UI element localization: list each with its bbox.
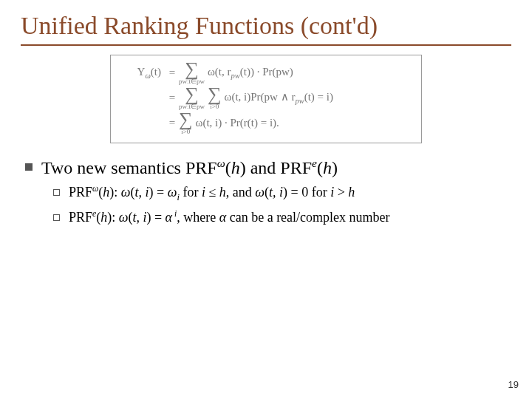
var-h: h [231, 158, 240, 177]
gt-symbol: > [334, 185, 348, 200]
square-bullet-icon [25, 163, 33, 171]
text: ) and PRF [240, 158, 312, 177]
eq-body: ω(t, i) · Pr(r(t) = i). [196, 117, 279, 129]
bullet-level2-1: PRFω(h): ω(t, i) = ωi for i ≤ h, and ω(t… [53, 184, 511, 203]
var-omega: ω [119, 210, 129, 225]
subbullet1-text: PRFω(h): ω(t, i) = ωi for i ≤ h, and ω(t… [69, 184, 355, 203]
var-omega: ω [121, 185, 131, 200]
text: ) = 0 for [283, 185, 330, 200]
slide-title: Unified Ranking Functions (cont'd) [21, 9, 511, 46]
sigma-icon: ∑ pw:t∈pw [179, 86, 205, 110]
eq-body-sub: pw [295, 97, 304, 105]
slide: Unified Ranking Functions (cont'd) Υω(t)… [0, 0, 532, 399]
sigma-icon: ∑ pw:t∈pw [179, 61, 205, 85]
equation-row-2: = ∑ pw:t∈pw ∑ i>0 ω(t, i)Pr(pw ∧ rpw(t) … [118, 86, 414, 110]
var-h: h [348, 185, 355, 200]
sigma-icon: ∑ i>0 [208, 86, 222, 110]
hollow-bullet-icon [53, 214, 60, 221]
superscript: e [312, 157, 317, 169]
equation-box: Υω(t) = ∑ pw:t∈pw ω(t, rpw(t)) · Pr(pw) … [110, 55, 422, 143]
bullet1-text: Two new semantics PRFω(h) and PRFe(h) [41, 157, 338, 178]
var-h: h [103, 185, 109, 200]
eq-lhs-arg: (t) [151, 66, 161, 78]
var-h: h [219, 185, 226, 200]
var-alpha: α [219, 210, 226, 225]
content-body: Two new semantics PRFω(h) and PRFe(h) PR… [21, 157, 511, 225]
text: , where [177, 210, 219, 225]
eq-body: ω(t, i)Pr(pw ∧ r [225, 91, 296, 103]
sigma-icon: ∑ i>0 [179, 112, 193, 135]
text: PRF [69, 185, 92, 200]
text: ( [317, 158, 323, 177]
subbullet2-text: PRFe(h): ω(t, i) = α i, where α can be a… [69, 209, 390, 225]
text: ): [109, 185, 121, 200]
superscript: ω [217, 157, 225, 169]
text: ( [225, 158, 231, 177]
var-ti: t, i [269, 185, 283, 200]
bullet-level1: Two new semantics PRFω(h) and PRFe(h) [25, 157, 511, 178]
eq-lhs-sym: Υ [137, 66, 146, 78]
text: , and [226, 185, 256, 200]
text: Two new semantics PRF [41, 158, 217, 177]
text: for [180, 185, 202, 200]
text: ) = [146, 210, 165, 225]
le-symbol: ≤ [205, 185, 219, 200]
page-number: 19 [508, 379, 519, 390]
var-ti: t, i [132, 210, 146, 225]
sigma-sub: i>0 [210, 103, 219, 110]
text: can be a real/complex number [226, 210, 389, 225]
var-omega: ω [168, 185, 177, 200]
eq-body-sub: pw [231, 72, 240, 80]
eq-body: ω(t, r [208, 66, 231, 78]
bullet-level2-2: PRFe(h): ω(t, i) = α i, where α can be a… [53, 209, 511, 225]
eq-lhs-sub: ω [145, 72, 150, 80]
var-omega: ω [255, 185, 265, 200]
text: ) = [149, 185, 168, 200]
var-h: h [323, 158, 332, 177]
equation-row-1: Υω(t) = ∑ pw:t∈pw ω(t, rpw(t)) · Pr(pw) [118, 61, 414, 85]
text: ): [107, 210, 119, 225]
eq-body-tail: (t) = i) [304, 91, 333, 103]
var-alpha: α [166, 210, 172, 225]
eq-body-tail: (t)) · Pr(pw) [240, 66, 293, 78]
text: PRF [69, 210, 92, 225]
var-h: h [100, 210, 107, 225]
hollow-bullet-icon [53, 189, 60, 196]
equation-row-3: = ∑ i>0 ω(t, i) · Pr(r(t) = i). [118, 112, 414, 135]
text: ) [332, 158, 338, 177]
var-ti: t, i [135, 185, 149, 200]
sigma-sub: i>0 [181, 129, 190, 135]
